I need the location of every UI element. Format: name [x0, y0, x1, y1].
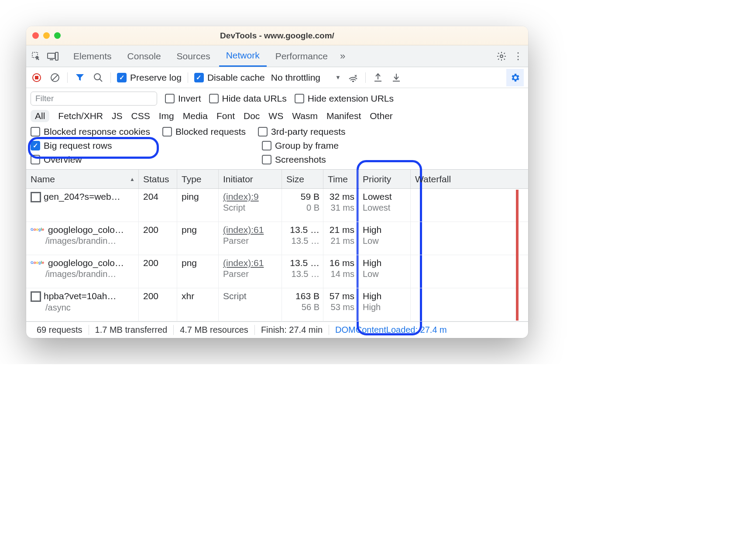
tab-performance[interactable]: Performance: [268, 45, 335, 67]
google-logo-icon: Google: [31, 260, 45, 266]
devtools-window: DevTools - www.google.com/ Elements Cons…: [26, 26, 528, 338]
titlebar: DevTools - www.google.com/: [26, 26, 528, 45]
type-filter-manifest[interactable]: Manifest: [326, 111, 361, 121]
throttling-label: No throttling: [271, 72, 320, 83]
tab-sources[interactable]: Sources: [170, 45, 217, 67]
filter-icon[interactable]: [74, 72, 86, 84]
big-request-rows-checkbox[interactable]: Big request rows: [31, 140, 262, 151]
settings-gear-icon[interactable]: [494, 49, 509, 64]
status-bar: 69 requests 1.7 MB transferred 4.7 MB re…: [26, 321, 528, 338]
traffic-lights: [32, 32, 61, 39]
network-conditions-icon[interactable]: [347, 72, 359, 84]
filter-placeholder: Filter: [35, 94, 54, 103]
screenshots-checkbox[interactable]: Screenshots: [262, 154, 524, 165]
col-header-time[interactable]: Time: [323, 170, 358, 188]
record-button[interactable]: [31, 72, 43, 84]
disable-cache-label: Disable cache: [207, 72, 265, 83]
type-filter-font[interactable]: Font: [216, 111, 235, 121]
svg-point-8: [94, 74, 100, 80]
svg-point-3: [500, 55, 503, 58]
type-filter-media[interactable]: Media: [183, 111, 208, 121]
svg-rect-1: [48, 53, 55, 58]
minimize-window-button[interactable]: [43, 32, 50, 39]
inspect-icon[interactable]: [29, 49, 44, 64]
requests-table: Name Status Type Initiator Size Time Pri…: [26, 169, 528, 321]
extra-filters-row: Blocked response cookies Blocked request…: [26, 125, 528, 139]
zoom-window-button[interactable]: [54, 32, 61, 39]
status-requests: 69 requests: [31, 325, 89, 335]
table-body: gen_204?s=web…204ping(index):9Script59 B…: [26, 189, 528, 321]
google-logo-icon: Google: [31, 227, 45, 233]
disable-cache-checkbox[interactable]: Disable cache: [194, 72, 265, 83]
status-dcl: DOMContentLoaded: 27.4 m: [329, 325, 453, 335]
col-header-priority[interactable]: Priority: [358, 170, 411, 188]
svg-line-9: [100, 79, 102, 82]
col-header-type[interactable]: Type: [177, 170, 219, 188]
col-header-status[interactable]: Status: [139, 170, 177, 188]
table-header: Name Status Type Initiator Size Time Pri…: [26, 170, 528, 189]
tab-network[interactable]: Network: [219, 45, 267, 67]
third-party-checkbox[interactable]: 3rd-party requests: [258, 126, 345, 137]
type-filter-ws[interactable]: WS: [268, 111, 283, 121]
col-header-waterfall[interactable]: Waterfall: [411, 170, 528, 188]
type-filter-wasm[interactable]: Wasm: [292, 111, 318, 121]
window-title: DevTools - www.google.com/: [26, 31, 528, 41]
invert-checkbox[interactable]: Invert: [165, 93, 201, 104]
svg-point-10: [353, 81, 354, 82]
close-window-button[interactable]: [32, 32, 39, 39]
col-header-initiator[interactable]: Initiator: [219, 170, 282, 188]
more-tabs-button[interactable]: »: [337, 45, 349, 67]
table-row[interactable]: Googlegooglelogo_colo…/images/brandin…20…: [26, 222, 528, 255]
type-filter-doc[interactable]: Doc: [244, 111, 260, 121]
preserve-log-label: Preserve log: [130, 72, 182, 83]
device-toolbar-icon[interactable]: [45, 49, 60, 64]
throttling-select[interactable]: No throttling ▼: [271, 72, 341, 83]
status-finish: Finish: 27.4 min: [255, 325, 329, 335]
blocked-response-cookies-checkbox[interactable]: Blocked response cookies: [31, 126, 150, 137]
table-row[interactable]: gen_204?s=web…204ping(index):9Script59 B…: [26, 189, 528, 222]
type-filter-img[interactable]: Img: [159, 111, 174, 121]
network-settings-rows: Big request rows Group by frame Overview…: [26, 139, 528, 169]
export-har-icon[interactable]: [390, 72, 402, 84]
col-header-name[interactable]: Name: [26, 170, 139, 188]
type-filter-all[interactable]: All: [31, 110, 49, 122]
tab-console[interactable]: Console: [120, 45, 168, 67]
type-filter-fetch-xhr[interactable]: Fetch/XHR: [58, 111, 103, 121]
preserve-log-checkbox[interactable]: Preserve log: [117, 72, 182, 83]
import-har-icon[interactable]: [372, 72, 384, 84]
panel-tabs: Elements Console Sources Network Perform…: [26, 45, 528, 67]
clear-button[interactable]: [49, 72, 61, 84]
svg-line-7: [52, 75, 58, 80]
svg-rect-2: [55, 52, 58, 60]
col-header-size[interactable]: Size: [282, 170, 323, 188]
kebab-menu-icon[interactable]: ⋮: [511, 49, 525, 64]
type-filter-js[interactable]: JS: [112, 111, 123, 121]
table-row[interactable]: Googlegooglelogo_colo…/images/brandin…20…: [26, 255, 528, 288]
type-filter-css[interactable]: CSS: [131, 111, 150, 121]
filter-input[interactable]: Filter: [31, 92, 157, 106]
hide-extension-urls-checkbox[interactable]: Hide extension URLs: [295, 93, 394, 104]
filter-row: Filter Invert Hide data URLs Hide extens…: [26, 88, 528, 107]
blocked-requests-checkbox[interactable]: Blocked requests: [162, 126, 246, 137]
status-transferred: 1.7 MB transferred: [89, 325, 174, 335]
group-by-frame-checkbox[interactable]: Group by frame: [262, 140, 524, 151]
overview-checkbox[interactable]: Overview: [31, 154, 262, 165]
resource-icon: [31, 291, 41, 302]
network-settings-icon[interactable]: [506, 69, 524, 86]
network-toolbar: Preserve log Disable cache No throttling…: [26, 67, 528, 88]
tab-elements[interactable]: Elements: [66, 45, 119, 67]
resource-type-filters: All Fetch/XHR JS CSS Img Media Font Doc …: [26, 107, 528, 125]
resource-icon: [31, 192, 41, 202]
search-icon[interactable]: [92, 72, 104, 84]
status-resources: 4.7 MB resources: [174, 325, 255, 335]
svg-rect-5: [35, 76, 38, 79]
table-row[interactable]: hpba?vet=10ah…/async200xhrScript163 B56 …: [26, 288, 528, 321]
type-filter-other[interactable]: Other: [370, 111, 393, 121]
hide-data-urls-checkbox[interactable]: Hide data URLs: [209, 93, 287, 104]
